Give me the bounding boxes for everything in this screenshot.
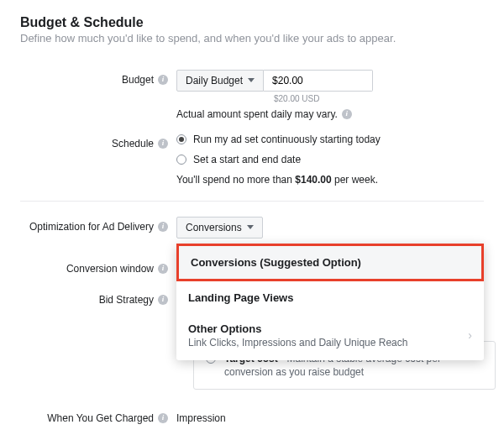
info-icon[interactable]: i bbox=[158, 75, 168, 85]
budget-type-value: Daily Budget bbox=[186, 75, 243, 86]
conversion-window-label: Conversion window bbox=[66, 263, 154, 275]
charged-label: When You Get Charged bbox=[47, 412, 154, 424]
budget-usd-note: $20.00 USD bbox=[274, 94, 484, 103]
schedule-option-dates[interactable]: Set a start and end date bbox=[176, 154, 484, 165]
page-title: Budget & Schedule bbox=[20, 15, 484, 30]
info-icon[interactable]: i bbox=[158, 264, 168, 274]
budget-amount-input[interactable] bbox=[264, 70, 373, 92]
info-icon[interactable]: i bbox=[158, 295, 168, 305]
radio-icon bbox=[176, 134, 186, 144]
charged-value: Impression bbox=[176, 408, 484, 424]
budget-vary-note: Actual amount spent daily may vary. bbox=[176, 108, 338, 120]
optimization-value: Conversions bbox=[186, 222, 242, 233]
radio-icon bbox=[176, 155, 186, 165]
caret-down-icon bbox=[247, 225, 254, 229]
chevron-right-icon: › bbox=[468, 328, 472, 342]
caret-down-icon bbox=[248, 78, 255, 82]
dropdown-option-other[interactable]: Other Options Link Clicks, Impressions a… bbox=[176, 314, 484, 360]
budget-label: Budget bbox=[122, 74, 154, 86]
schedule-label: Schedule bbox=[112, 138, 154, 149]
schedule-option-continuous[interactable]: Run my ad set continuously starting toda… bbox=[176, 134, 484, 145]
divider bbox=[20, 201, 484, 202]
weekly-spend-note: You'll spend no more than $140.00 per we… bbox=[176, 174, 484, 186]
optimization-select[interactable]: Conversions bbox=[176, 217, 263, 238]
info-icon[interactable]: i bbox=[342, 109, 352, 119]
budget-type-select[interactable]: Daily Budget bbox=[176, 70, 264, 92]
info-icon[interactable]: i bbox=[158, 413, 168, 423]
info-icon[interactable]: i bbox=[158, 222, 168, 232]
optimization-dropdown: Conversions (Suggested Option) Landing P… bbox=[176, 244, 484, 360]
page-subtitle: Define how much you'd like to spend, and… bbox=[20, 32, 484, 46]
dropdown-option-conversions[interactable]: Conversions (Suggested Option) bbox=[176, 244, 484, 281]
info-icon[interactable]: i bbox=[158, 139, 168, 149]
bid-strategy-label: Bid Strategy bbox=[99, 294, 154, 306]
optimization-label: Optimization for Ad Delivery bbox=[29, 221, 154, 233]
dropdown-option-lpv[interactable]: Landing Page Views bbox=[176, 281, 484, 314]
